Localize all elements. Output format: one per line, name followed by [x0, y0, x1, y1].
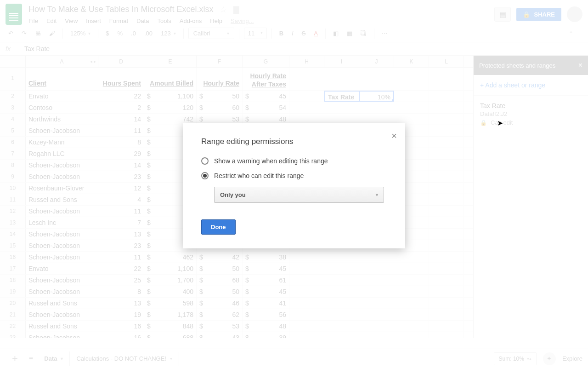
dialog-title: Range editing permissions — [201, 137, 387, 146]
radio-icon — [201, 157, 209, 165]
dialog-close-button[interactable]: × — [391, 131, 397, 141]
mouse-cursor: ➤ — [497, 119, 503, 127]
range-permissions-dialog: × Range editing permissions Show a warni… — [183, 123, 405, 248]
radio-show-warning[interactable]: Show a warning when editing this range — [201, 157, 387, 165]
radio-icon — [201, 172, 209, 179]
restrict-select[interactable]: Only you ▾ — [214, 187, 384, 203]
radio-restrict[interactable]: Restrict who can edit this range — [201, 172, 387, 179]
done-button[interactable]: Done — [201, 219, 236, 235]
chevron-down-icon: ▾ — [376, 192, 378, 197]
